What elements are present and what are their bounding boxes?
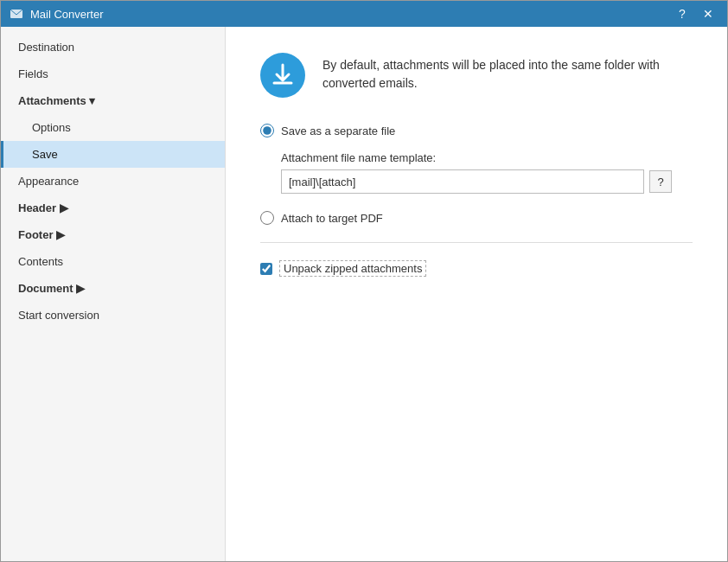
sidebar-item-save[interactable]: Save	[1, 141, 225, 168]
app-title: Mail Converter	[30, 8, 104, 21]
sidebar-item-fields[interactable]: Fields	[1, 61, 225, 87]
radio-attach-pdf[interactable]: Attach to target PDF	[260, 211, 693, 225]
sidebar-item-attachments[interactable]: Attachments ▾	[1, 87, 225, 114]
main-layout: Destination Fields Attachments ▾ Options…	[1, 27, 727, 561]
sidebar: Destination Fields Attachments ▾ Options…	[1, 27, 226, 561]
sidebar-item-appearance[interactable]: Appearance	[1, 168, 225, 195]
checkbox-unpack[interactable]: Unpack zipped attachments	[260, 260, 693, 277]
content-area: By default, attachments will be placed i…	[226, 27, 727, 561]
close-button[interactable]: ✕	[698, 3, 718, 24]
top-banner: By default, attachments will be placed i…	[260, 53, 693, 98]
template-label: Attachment file name template:	[281, 151, 693, 164]
sidebar-item-footer[interactable]: Footer ▶	[1, 221, 225, 248]
template-help-button[interactable]: ?	[649, 170, 672, 193]
options-section: Save as a separate file Attachment file …	[260, 124, 693, 277]
banner-description: By default, attachments will be placed i…	[322, 53, 693, 93]
sidebar-item-start-conversion[interactable]: Start conversion	[1, 302, 225, 329]
sidebar-item-destination[interactable]: Destination	[1, 34, 225, 61]
sidebar-item-options[interactable]: Options	[1, 114, 225, 141]
radio-attach-pdf-input[interactable]	[260, 211, 274, 225]
radio-save-separate-input[interactable]	[260, 124, 274, 137]
sidebar-item-document[interactable]: Document ▶	[1, 275, 225, 302]
download-icon-circle	[260, 53, 305, 98]
section-divider	[260, 242, 693, 243]
radio-save-separate-label: Save as a separate file	[281, 125, 395, 137]
title-bar: Mail Converter ? ✕	[1, 1, 727, 27]
radio-save-separate[interactable]: Save as a separate file	[260, 124, 693, 137]
sidebar-item-contents[interactable]: Contents	[1, 248, 225, 275]
radio-attach-pdf-label: Attach to target PDF	[281, 212, 383, 225]
checkbox-unpack-input[interactable]	[260, 263, 272, 275]
sidebar-item-header[interactable]: Header ▶	[1, 195, 225, 221]
main-window: Mail Converter ? ✕ Destination Fields At…	[0, 0, 728, 562]
title-bar-controls: ? ✕	[672, 3, 718, 24]
template-input[interactable]	[281, 169, 644, 194]
app-icon	[10, 7, 23, 21]
template-section: Attachment file name template: ?	[281, 151, 693, 194]
download-icon	[270, 62, 296, 88]
help-button[interactable]: ?	[672, 3, 693, 24]
title-bar-left: Mail Converter	[10, 7, 104, 21]
template-input-row: ?	[281, 169, 693, 194]
checkbox-unpack-label: Unpack zipped attachments	[279, 260, 426, 277]
